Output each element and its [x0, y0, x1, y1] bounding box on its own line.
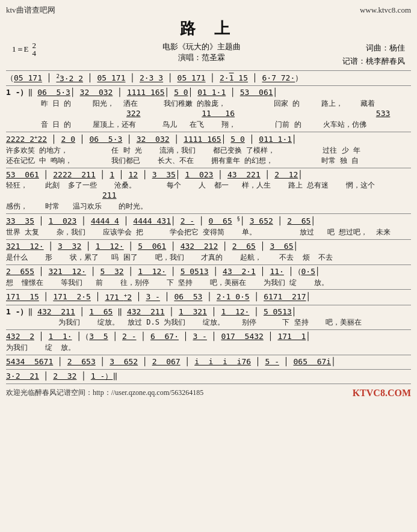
song-title: 路 上: [6, 18, 411, 39]
music-line-1: （05 171 │ 23·2 2 │ 05 171 │ 2·3 3 │ 05 1…: [6, 73, 411, 84]
music-line-7: 2 655 │ 321 12· │ 5 32 │ 1 12· │ 5 0513 …: [6, 267, 411, 288]
top-bar: ktv曲谱查吧网 www.ktvc8.com: [6, 5, 411, 16]
page: ktv曲谱查吧网 www.ktvc8.com 路 上 1＝E 2 4 电影《玩大…: [0, 0, 417, 532]
meta-center: 电影《玩大的》主题曲 演唱：范圣霖: [60, 41, 342, 68]
site-url: www.ktvc8.com: [360, 5, 411, 15]
music-line-9: 1 -）‖ 432 211 │ 1 65 ‖ 432 211 │ 1 321 │…: [6, 307, 411, 328]
music-line-4: 53 061 │ 2222 211 │ 1 │ 12 │ 3 35│ 1 023…: [6, 170, 411, 212]
footer: 欢迎光临醉春风记谱空间：http：//user.qzone.qq.com/563…: [6, 388, 411, 399]
music-line-2: 1 -）‖ 06 5·3│ 32 032 │ 1111 165│ 5 0│ 01…: [6, 88, 411, 129]
singer-label: 演唱：范圣霖: [60, 52, 342, 63]
lyricist-label: 词曲：杨佳: [342, 41, 405, 55]
key-time: 1＝E 2 4: [12, 41, 60, 57]
music-line-8: 171 15 │ 171 2·5 │ 171 +2 │ 3 - │ 06 53 …: [6, 292, 411, 302]
footer-logo: KTVC8.COM: [353, 388, 411, 399]
music-line-12: 3·2 21 │ 2 32 │ 1 -）‖: [6, 371, 411, 382]
music-line-6: 321 12· │ 3 32 │ 1 12· │ 5 061 │ 432 212…: [6, 242, 411, 263]
music-line-10: 432 2 │ 1 1· │（3 5 │ 2 - │ 6 67· │ 3 - │…: [6, 332, 411, 353]
transcriber-label: 记谱：桃李醉春风: [342, 55, 405, 68]
key-label: 1＝E: [12, 44, 28, 55]
notation-content: （05 171 │ 23·2 2 │ 05 171 │ 2·3 3 │ 05 1…: [6, 73, 411, 382]
title-area: 路 上: [6, 18, 411, 39]
film-label: 电影《玩大的》主题曲: [60, 41, 342, 52]
site-logo: ktv曲谱查吧网: [6, 5, 55, 16]
meta-right: 词曲：杨佳 记谱：桃李醉春风: [342, 41, 405, 68]
time-sig: 2 4: [32, 41, 36, 57]
footer-text: 欢迎光临醉春风记谱空间：http：//user.qzone.qq.com/563…: [6, 388, 203, 398]
music-line-11: 5434 5671 │ 2 653 │ 3 652 │ 2 067 │ i i …: [6, 357, 411, 367]
music-line-5: 33 35 │ 1 023 │ 4444 4 │ 4444 431│ 2 - │…: [6, 216, 411, 237]
music-line-3: 2222 2+22 │ 2 0 │ 06 5·3 │ 32 032 │ 1111…: [6, 134, 411, 166]
